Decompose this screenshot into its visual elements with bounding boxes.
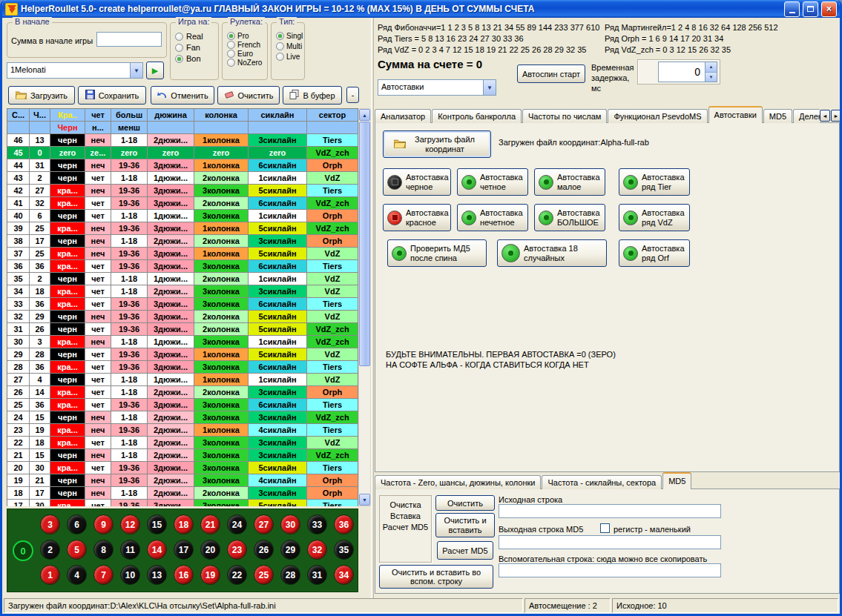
autobet-button-4[interactable]: Автоставка ряд Tier — [619, 168, 690, 196]
save-button[interactable]: Сохранить — [78, 86, 146, 105]
table-row[interactable]: 2836кра...чет19-363дюжи...3колонка6сикла… — [7, 361, 358, 374]
table-row[interactable]: 2115черннеч1-182дюжи...3колонка3сиклайнV… — [7, 449, 358, 462]
tab-функционал-psevdoms[interactable]: Функционал PsevdoMS — [608, 109, 707, 123]
spin-up-icon[interactable]: ▲ — [705, 62, 717, 73]
tabs-scroll-left-icon[interactable]: ◄ — [820, 110, 830, 122]
board-number-12[interactable]: 12 — [120, 514, 140, 534]
radio-option-bon[interactable]: Bon — [175, 54, 203, 63]
autobet-combobox[interactable]: Автоставки ▼ — [378, 79, 496, 96]
output-string-input[interactable] — [499, 535, 721, 549]
scrollbar-thumb[interactable] — [359, 122, 370, 366]
md5-clear-insert-aux-button[interactable]: Очистить и вставить во вспом. строку — [379, 565, 493, 589]
table-row[interactable]: 450zeroze...zerozerozerozeroVdZ_zch — [7, 147, 358, 159]
source-string-input[interactable] — [499, 504, 721, 518]
autobet-button-8[interactable]: Автоставка ряд VdZ — [619, 204, 690, 231]
board-number-18[interactable]: 18 — [174, 514, 194, 534]
table-row[interactable]: 432чернчет1-181дюжи...2колонка1сиклайнVd… — [7, 172, 358, 185]
board-number-15[interactable]: 15 — [147, 514, 167, 534]
autobet-button-7[interactable]: Автоставка БОЛЬШОЕ — [534, 204, 605, 231]
board-number-2[interactable]: 2 — [40, 540, 60, 560]
board-number-5[interactable]: 5 — [67, 540, 87, 560]
board-number-36[interactable]: 36 — [334, 514, 354, 534]
autobet-button-5[interactable]: Автоставка красное — [383, 204, 451, 231]
table-row[interactable]: 4227кра...неч19-363дюжи...3колонка5сикла… — [7, 185, 358, 197]
table-row[interactable]: 3725кра...неч19-363дюжи...1колонка5сикла… — [7, 248, 358, 260]
play-button[interactable]: ▶ — [146, 62, 164, 79]
tab-анализатор[interactable]: Анализатор — [375, 109, 431, 123]
board-number-29[interactable]: 29 — [280, 540, 300, 560]
board-number-9[interactable]: 9 — [93, 514, 114, 534]
board-number-14[interactable]: 14 — [147, 540, 167, 560]
tab-частота-zero-шансы-дюжины-колонки[interactable]: Частота - Zero, шансы, дюжины, колонки — [375, 475, 541, 489]
md5-clear-insert-button[interactable]: Очистить и вставить — [435, 513, 495, 537]
load-coordinates-button[interactable]: Загрузить файл координат — [383, 130, 491, 158]
load-button[interactable]: Загрузить — [8, 86, 75, 105]
autobet-button-2[interactable]: Автоставка четное — [457, 168, 528, 196]
radio-option-french[interactable]: French — [227, 41, 262, 49]
table-row[interactable]: 3636кра...чет19-363дюжи...3колонка6сикла… — [7, 260, 358, 273]
board-number-23[interactable]: 23 — [227, 540, 247, 560]
board-number-28[interactable]: 28 — [280, 565, 300, 585]
maximize-button[interactable] — [803, 1, 818, 17]
board-number-31[interactable]: 31 — [307, 565, 327, 585]
board-number-24[interactable]: 24 — [227, 514, 247, 534]
board-number-13[interactable]: 13 — [147, 565, 167, 585]
board-number-6[interactable]: 6 — [67, 514, 87, 534]
undo-button[interactable]: Отменить — [151, 86, 214, 105]
table-row[interactable]: 2030кра...чет19-363дюжи...3колонка5сикла… — [7, 462, 358, 474]
start-sum-input[interactable] — [96, 32, 162, 47]
board-number-33[interactable]: 33 — [307, 514, 327, 534]
table-row[interactable]: 4132кра...чет19-363дюжи...2колонка6сикла… — [7, 197, 358, 210]
board-number-3[interactable]: 3 — [40, 514, 60, 534]
table-row[interactable]: 274чернчет1-181дюжи...1колонка1сиклайнVd… — [7, 374, 358, 386]
board-number-22[interactable]: 22 — [227, 565, 247, 585]
aux-string-input[interactable] — [499, 563, 721, 577]
tab-автоставки[interactable]: Автоставки — [708, 106, 763, 123]
radio-option-fan[interactable]: Fan — [175, 43, 203, 52]
tabs-scroll-right-icon[interactable]: ► — [831, 110, 841, 122]
board-number-27[interactable]: 27 — [254, 514, 274, 534]
board-number-11[interactable]: 11 — [120, 540, 140, 560]
board-number-10[interactable]: 10 — [120, 565, 140, 585]
board-number-7[interactable]: 7 — [93, 565, 114, 585]
table-row[interactable]: 3229черннеч19-363дюжи...2колонка5сиклайн… — [7, 311, 358, 323]
radio-option-euro[interactable]: Euro — [227, 50, 262, 58]
autobet-button-6[interactable]: Автоставка нечетное — [457, 204, 528, 231]
table-row[interactable]: 3817черннеч1-182дюжи...2колонка3сиклайнO… — [7, 235, 358, 248]
board-number-35[interactable]: 35 — [334, 540, 354, 560]
table-row[interactable]: 1730кра...чет19-363дюжи...3колонка5сикла… — [7, 500, 358, 506]
board-number-34[interactable]: 34 — [334, 565, 354, 585]
table-row[interactable]: 3418кра...чет1-182дюжи...3колонка3сиклай… — [7, 285, 358, 298]
table-row[interactable]: 2218кра...чет1-182дюжи...3колонка3сиклай… — [7, 437, 358, 449]
radio-option-pro[interactable]: Pro — [227, 32, 262, 40]
board-number-19[interactable]: 19 — [200, 565, 220, 585]
chevron-down-icon[interactable]: ▼ — [483, 80, 496, 95]
scroll-up-icon[interactable]: ▲ — [359, 109, 370, 121]
md5-clear-button[interactable]: Очистить — [435, 495, 495, 511]
board-number-32[interactable]: 32 — [307, 540, 327, 560]
board-number-25[interactable]: 25 — [254, 565, 274, 585]
close-button[interactable]: × — [821, 1, 837, 17]
board-number-0[interactable]: 0 — [13, 540, 33, 561]
board-number-30[interactable]: 30 — [280, 514, 300, 534]
radio-option-real[interactable]: Real — [175, 32, 203, 41]
table-row[interactable]: 1921черннеч19-362дюжи...3колонка4сиклайн… — [7, 474, 358, 487]
table-row[interactable]: 2928чернчет19-363дюжи...1колонка5сиклайн… — [7, 348, 358, 361]
table-row[interactable]: 303кра...неч1-181дюжи...3колонка1сиклайн… — [7, 336, 358, 348]
table-row[interactable]: 2415черннеч1-182дюжи...3колонка3сиклайнV… — [7, 411, 358, 424]
tab-md5[interactable]: MD5 — [662, 472, 691, 489]
radio-option-live[interactable]: Live — [276, 53, 303, 61]
table-row[interactable]: 3336кра...чет19-363дюжи...3колонка6сикла… — [7, 298, 358, 311]
spin-down-icon[interactable]: ▼ — [705, 73, 717, 82]
board-number-26[interactable]: 26 — [254, 540, 274, 560]
clear-button[interactable]: Очистить — [217, 86, 280, 105]
autobet-button-9[interactable]: Проверить МД5 после спина — [387, 239, 487, 267]
tab-md5[interactable]: MD5 — [763, 109, 792, 123]
radio-option-nozero[interactable]: NoZero — [227, 59, 262, 67]
autobet-button-11[interactable]: Автоставка ряд Orf — [619, 239, 690, 267]
tab-контроль-банкролла[interactable]: Контроль банкролла — [432, 109, 522, 123]
autobet-button-1[interactable]: Автоставка черное — [383, 168, 451, 196]
board-number-4[interactable]: 4 — [67, 565, 87, 585]
minimize-button[interactable] — [784, 1, 800, 17]
minus-button[interactable]: - — [346, 87, 359, 103]
